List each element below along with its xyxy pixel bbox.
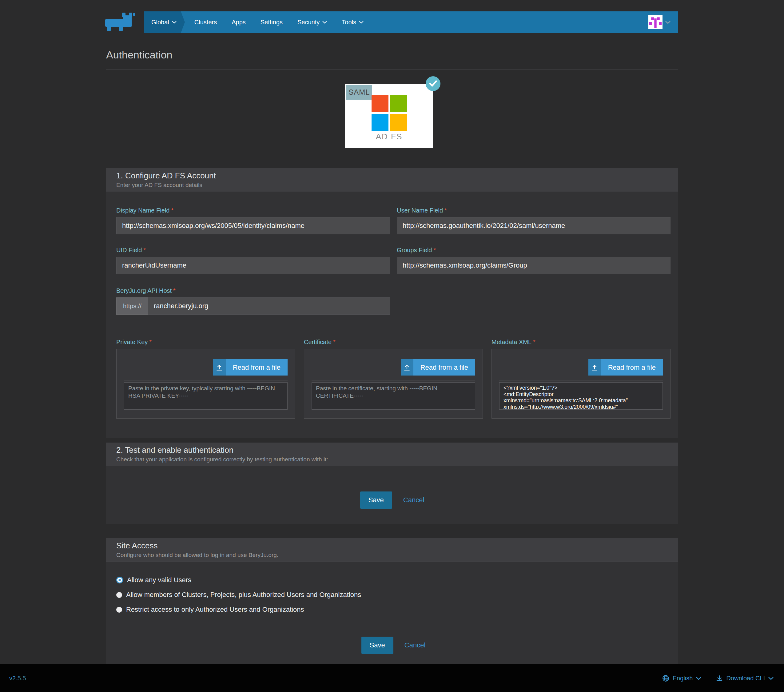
nav-item-apps[interactable]: Apps xyxy=(226,12,251,33)
radio-button[interactable] xyxy=(116,592,122,598)
metadata-read-file-button[interactable]: Read from a file xyxy=(588,359,663,376)
required-marker: * xyxy=(445,207,447,214)
site-access-save-button[interactable]: Save xyxy=(361,637,394,654)
nav-item-label: Global xyxy=(152,19,169,26)
certificate-textarea[interactable] xyxy=(311,382,475,410)
panel-divider xyxy=(499,380,663,381)
chevron-down-icon xyxy=(768,677,774,680)
top-header: Global Clusters Apps Settings Security T… xyxy=(0,0,784,33)
language-label: English xyxy=(673,675,693,682)
download-cli-label: Download CLI xyxy=(726,675,765,682)
private-key-textarea[interactable] xyxy=(124,382,288,410)
radio-allow-members[interactable]: Allow members of Clusters, Projects, plu… xyxy=(116,590,670,599)
api-host-input[interactable] xyxy=(148,297,390,315)
panel-divider xyxy=(124,380,288,381)
site-access-divider xyxy=(116,622,670,622)
download-icon xyxy=(716,675,723,682)
navbar-spacer xyxy=(371,12,641,33)
radio-label: Allow any valid Users xyxy=(127,576,191,584)
read-file-label: Read from a file xyxy=(413,359,475,376)
field-label: Display Name Field* xyxy=(116,207,390,214)
section-subtitle: Check that your application is configure… xyxy=(116,456,668,463)
section-site-access: Site Access Configure who should be allo… xyxy=(106,538,678,664)
groups-input[interactable] xyxy=(397,257,670,274)
key-cert-metadata-row: Private Key* Read from a file xyxy=(116,339,670,418)
api-host-field-group: BeryJu.org API Host* https:// xyxy=(116,287,390,315)
section-subtitle: Enter your AD FS account details xyxy=(116,182,668,188)
rancher-logo[interactable] xyxy=(105,12,141,32)
cancel-link[interactable]: Cancel xyxy=(403,496,424,504)
radio-button-selected[interactable] xyxy=(116,577,123,583)
main-content: Authentication SAML AD FS 1. Configure A… xyxy=(106,49,678,664)
saml-badge: SAML xyxy=(346,85,372,100)
radio-allow-any-valid-users[interactable]: Allow any valid Users xyxy=(116,576,670,584)
chevron-down-icon xyxy=(172,21,176,24)
field-label: BeryJu.org API Host* xyxy=(116,287,390,294)
required-marker: * xyxy=(171,207,173,214)
private-key-panel: Read from a file xyxy=(116,349,295,418)
required-marker: * xyxy=(149,339,152,345)
nav-item-clusters[interactable]: Clusters xyxy=(189,12,222,33)
certificate-read-file-button[interactable]: Read from a file xyxy=(401,359,475,376)
site-access-body: Allow any valid Users Allow members of C… xyxy=(106,562,678,664)
language-selector[interactable]: English xyxy=(662,675,702,682)
certificate-group: Certificate* Read from a file xyxy=(304,339,483,418)
private-key-group: Private Key* Read from a file xyxy=(116,339,295,418)
upload-icon xyxy=(401,359,413,376)
field-label: Groups Field* xyxy=(397,247,670,254)
section-test-header: 2. Test and enable authentication Check … xyxy=(106,443,678,466)
section-title: 2. Test and enable authentication xyxy=(116,445,668,455)
version-label: v2.5.5 xyxy=(9,675,26,682)
groups-field-group: Groups Field* xyxy=(397,247,670,274)
metadata-xml-group: Metadata XML* Read from a file <?xml ve xyxy=(491,339,670,418)
nav-item-label: Clusters xyxy=(194,19,217,26)
main-navbar: Global Clusters Apps Settings Security T… xyxy=(144,12,678,33)
nav-item-label: Tools xyxy=(342,19,356,26)
nav-item-global[interactable]: Global xyxy=(144,12,181,33)
section-subtitle: Configure who should be allowed to log i… xyxy=(116,552,668,559)
download-cli-menu[interactable]: Download CLI xyxy=(716,675,774,682)
field-label: Certificate* xyxy=(304,339,483,346)
read-file-label: Read from a file xyxy=(226,359,288,376)
user-menu[interactable] xyxy=(641,12,678,33)
nav-item-tools[interactable]: Tools xyxy=(336,12,369,33)
chevron-down-icon xyxy=(359,21,364,24)
ms-square-yellow xyxy=(390,114,407,131)
selected-check-badge xyxy=(426,76,440,91)
ms-square-green xyxy=(390,95,407,112)
site-access-cancel-link[interactable]: Cancel xyxy=(404,641,425,649)
section-test-body: Save Cancel xyxy=(106,466,678,524)
save-button[interactable]: Save xyxy=(360,491,392,509)
nav-item-settings[interactable]: Settings xyxy=(255,12,288,33)
field-label: Metadata XML* xyxy=(491,339,670,346)
nav-item-security[interactable]: Security xyxy=(292,12,332,33)
globe-icon xyxy=(662,675,669,682)
rancher-cow-icon xyxy=(105,12,141,32)
adfs-provider-card[interactable]: SAML AD FS xyxy=(345,84,433,148)
chevron-down-icon xyxy=(696,677,701,680)
upload-icon xyxy=(213,359,226,376)
display-name-input[interactable] xyxy=(116,217,390,234)
radio-label: Restrict access to only Authorized Users… xyxy=(126,606,304,614)
required-marker: * xyxy=(434,247,436,254)
nav-item-label: Settings xyxy=(260,19,283,26)
page-title: Authentication xyxy=(106,49,678,61)
user-name-field-group: User Name Field* xyxy=(397,207,670,234)
uid-input[interactable] xyxy=(116,257,390,274)
read-file-label: Read from a file xyxy=(601,359,663,376)
field-label: UID Field* xyxy=(116,247,390,254)
radio-button[interactable] xyxy=(116,607,122,613)
provider-name: AD FS xyxy=(345,132,433,142)
required-marker: * xyxy=(173,287,176,294)
chevron-down-icon xyxy=(322,21,327,24)
section-configure-header: 1. Configure AD FS Account Enter your AD… xyxy=(106,168,678,192)
section-configure-body: Display Name Field* User Name Field* UID… xyxy=(106,207,678,438)
microsoft-logo-icon xyxy=(372,95,407,131)
user-name-input[interactable] xyxy=(397,217,670,234)
metadata-xml-textarea[interactable]: <?xml version="1.0"?> <md:EntityDescript… xyxy=(499,382,663,410)
section-test-enable: 2. Test and enable authentication Check … xyxy=(106,443,678,524)
section-configure-account: 1. Configure AD FS Account Enter your AD… xyxy=(106,168,678,438)
radio-restrict-access[interactable]: Restrict access to only Authorized Users… xyxy=(116,605,670,614)
radio-label: Allow members of Clusters, Projects, plu… xyxy=(126,591,361,599)
private-key-read-file-button[interactable]: Read from a file xyxy=(213,359,288,376)
